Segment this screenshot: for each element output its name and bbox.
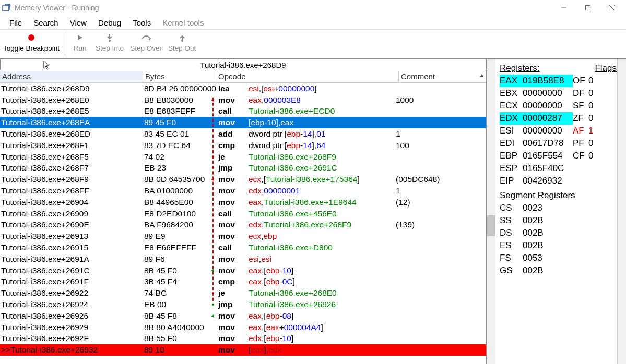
cell-bytes: BA 01000000 — [143, 186, 210, 196]
menubar: File Search View Debug Tools Kernel tool… — [0, 16, 626, 29]
register-line[interactable]: ECX00000000SF0 — [500, 100, 622, 112]
menu-view[interactable]: View — [65, 17, 92, 29]
cell-comment: (005DC648) — [394, 175, 440, 184]
register-line[interactable]: EIP00426932 — [500, 175, 622, 187]
breakpoint-icon — [28, 32, 35, 43]
cell-opcode: jmp — [216, 163, 247, 173]
register-line[interactable]: EDI00617D78PF0 — [500, 137, 622, 150]
cell-opcode: call — [216, 106, 247, 116]
cell-operands: esi,esi — [247, 254, 394, 264]
disasm-row[interactable]: Tutorial-i386.exe+268ED83 45 EC 01adddwo… — [0, 128, 486, 140]
cell-address: Tutorial-i386.exe+2691A — [0, 254, 143, 264]
disasm-row[interactable]: Tutorial-i386.exe+26924EB 00jmpTutorial-… — [0, 299, 486, 310]
minimize-button[interactable] — [552, 0, 576, 16]
step-out-button[interactable]: Step Out — [165, 30, 199, 52]
cell-opcode: mov — [216, 323, 247, 332]
step-over-icon — [141, 32, 151, 43]
col-comment[interactable]: Comment — [399, 71, 486, 82]
menu-kernel-tools[interactable]: Kernel tools — [157, 17, 209, 29]
step-into-button[interactable]: Step Into — [92, 30, 127, 52]
menu-debug[interactable]: Debug — [93, 17, 126, 29]
cell-opcode: call — [216, 209, 247, 219]
col-opcode[interactable]: Opcode — [216, 71, 399, 82]
cell-bytes: 89 F6 — [143, 254, 210, 264]
disassembler-pane: Tutorial-i386.exe+268D9 Address Bytes Op… — [0, 59, 487, 364]
register-line[interactable]: EBX00000000DF0 — [500, 87, 622, 100]
disasm-row[interactable]: Tutorial-i386.exe+268F7EB 23jmpTutorial-… — [0, 163, 486, 174]
menu-tools[interactable]: Tools — [127, 17, 156, 29]
segment-register-line[interactable]: CS0023 — [500, 202, 622, 214]
segment-register-line[interactable]: FS0053 — [500, 252, 622, 264]
maximize-button[interactable] — [576, 0, 600, 16]
current-address-bar[interactable]: Tutorial-i386.exe+268D9 — [0, 59, 486, 70]
toolbar: Toggle Breakpoint Run Step Into Step Ove… — [0, 29, 626, 58]
disasm-row[interactable]: Tutorial-i386.exe+268EA89 45 F0mov[ebp-1… — [0, 117, 486, 128]
registers-scrollbar[interactable] — [617, 59, 626, 364]
cell-bytes: EB 23 — [143, 163, 210, 173]
cell-operands: eax,Tutorial-i386.exe+1E9644 — [247, 198, 394, 207]
menu-search[interactable]: Search — [28, 17, 64, 29]
flag-name: PF — [573, 137, 588, 150]
disasm-row[interactable]: Tutorial-i386.exe+2691F3B 45 F4cmpeax,[e… — [0, 276, 486, 288]
svg-point-11 — [212, 292, 214, 294]
disasm-row[interactable]: Tutorial-i386.exe+2692274 BCjeTutorial-i… — [0, 287, 486, 299]
cell-address: Tutorial-i386.exe+268ED — [0, 129, 143, 139]
disasm-row[interactable]: Tutorial-i386.exe+26915E8 E66EFEFFcallTu… — [0, 242, 486, 253]
cell-operands: [eax],edx — [247, 345, 394, 355]
cell-bytes: 8D B4 26 00000000 — [143, 84, 210, 93]
disasm-row[interactable]: Tutorial-i386.exe+2692F8B 55 F0movedx,[e… — [0, 333, 486, 345]
disasm-row[interactable]: Tutorial-i386.exe+2691389 E9movecx,ebp — [0, 230, 486, 242]
register-line[interactable]: EDX00000287ZF0 — [500, 112, 622, 125]
scroll-up-icon[interactable] — [479, 72, 485, 79]
cell-comment: (139) — [394, 220, 415, 229]
col-bytes[interactable]: Bytes — [143, 71, 216, 82]
register-line[interactable]: ESI00000000AF1 — [500, 125, 622, 137]
register-name: ECX — [500, 100, 523, 112]
disasm-row[interactable]: Tutorial-i386.exe+268FFBA 01000000movedx… — [0, 185, 486, 197]
cell-opcode: cmp — [216, 277, 247, 286]
disasm-row[interactable]: Tutorial-i386.exe+268F574 02jeTutorial-i… — [0, 151, 486, 163]
segment-register-line[interactable]: ES002B — [500, 239, 622, 252]
segment-register-line[interactable]: SS002B — [500, 214, 622, 227]
register-line[interactable]: ESP0165F40C — [500, 162, 622, 175]
step-over-button[interactable]: Step Over — [127, 30, 165, 52]
menu-file[interactable]: File — [4, 17, 27, 29]
cell-bytes: 89 45 F0 — [143, 118, 210, 127]
cell-operands: Tutorial-i386.exe+2691C — [247, 163, 394, 173]
scrollbar-thumb[interactable] — [487, 215, 495, 236]
toggle-breakpoint-button[interactable]: Toggle Breakpoint — [0, 30, 63, 52]
disasm-row[interactable]: Tutorial-i386.exe+269298B 80 A4040000mov… — [0, 322, 486, 333]
segment-register-line[interactable]: GS002B — [500, 264, 622, 277]
disassembly-scrollbar[interactable] — [487, 59, 495, 364]
disasm-row[interactable]: Tutorial-i386.exe+268E0B8 E8030000moveax… — [0, 94, 486, 106]
disasm-row[interactable]: Tutorial-i386.exe+2691A89 F6movesi,esi — [0, 253, 486, 265]
disasm-row[interactable]: Tutorial-i386.exe+268D98D B4 26 00000000… — [0, 83, 486, 94]
disasm-row[interactable]: Tutorial-i386.exe+2691C8B 45 F0moveax,[e… — [0, 265, 486, 276]
cell-bytes: 74 BC — [143, 288, 210, 298]
run-button[interactable]: Run — [67, 30, 92, 52]
disasm-row[interactable]: Tutorial-i386.exe+268E5E8 E683FEFFcallTu… — [0, 106, 486, 117]
disassembly-rows[interactable]: Tutorial-i386.exe+268D98D B4 26 00000000… — [0, 83, 486, 364]
disasm-row[interactable]: Tutorial-i386.exe+268F183 7D EC 64cmpdwo… — [0, 140, 486, 151]
register-line[interactable]: EBP0165F554CF0 — [500, 150, 622, 162]
cell-opcode: add — [216, 129, 247, 139]
cell-address: Tutorial-i386.exe+268E5 — [0, 106, 143, 116]
disasm-row[interactable]: Tutorial-i386.exe+2690EBA F9684200movedx… — [0, 220, 486, 231]
disasm-row[interactable]: Tutorial-i386.exe+269268B 45 F8moveax,[e… — [0, 310, 486, 322]
cell-operands: ecx,[Tutorial-i386.exe+175364] — [247, 175, 394, 184]
disasm-row[interactable]: >>Tutorial-i386.exe+2693289 10mov[eax],e… — [0, 344, 486, 356]
disasm-row[interactable]: Tutorial-i386.exe+26904B8 44965E00moveax… — [0, 197, 486, 208]
cell-operands: Tutorial-i386.exe+268F9 — [247, 152, 394, 162]
flags-title: Flags — [595, 62, 617, 75]
registers-title: Registers: — [500, 62, 540, 75]
disasm-row[interactable]: Tutorial-i386.exe+268F98B 0D 64535700mov… — [0, 174, 486, 185]
disasm-row[interactable]: Tutorial-i386.exe+26909E8 D2ED0100callTu… — [0, 208, 486, 220]
flag-value: 0 — [588, 112, 597, 125]
cell-operands: eax,[ebp-08] — [247, 311, 394, 321]
flow-arrow-icon — [210, 268, 216, 274]
segment-register-line[interactable]: DS002B — [500, 227, 622, 239]
cell-comment: 1 — [394, 186, 400, 196]
register-line[interactable]: EAX019B58E8OF0 — [500, 75, 622, 87]
close-button[interactable] — [600, 0, 624, 16]
col-address[interactable]: Address — [0, 71, 143, 82]
